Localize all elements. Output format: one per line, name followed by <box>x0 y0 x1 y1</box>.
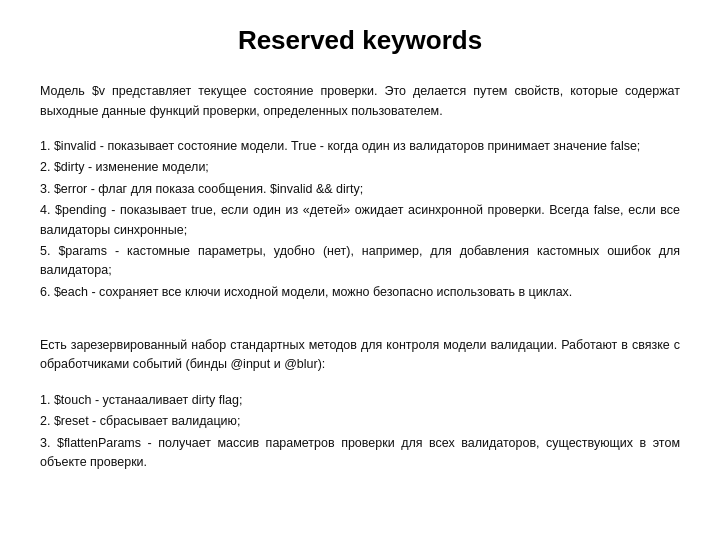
spacer <box>40 318 680 336</box>
list-item: 4. $pending - показывает true, если один… <box>40 201 680 240</box>
list-item: 2. $dirty - изменение модели; <box>40 158 680 177</box>
list-section-1: 1. $invalid - показывает состояние модел… <box>40 137 680 302</box>
list-item: 2. $reset - сбрасывает валидацию; <box>40 412 680 431</box>
list-item: 3. $flattenParams - получает массив пара… <box>40 434 680 473</box>
list-item: 1. $invalid - показывает состояние модел… <box>40 137 680 156</box>
second-intro-paragraph: Есть зарезервированный набор стандартных… <box>40 336 680 375</box>
list-section-2: 1. $touch - устанааливает dirty flag; 2.… <box>40 391 680 473</box>
page-container: Reserved keywords Модель $v представляет… <box>0 0 720 540</box>
list-item: 6. $each - сохраняет все ключи исходной … <box>40 283 680 302</box>
list-item: 1. $touch - устанааливает dirty flag; <box>40 391 680 410</box>
page-title: Reserved keywords <box>40 20 680 60</box>
intro-paragraph: Модель $v представляет текущее состояние… <box>40 82 680 121</box>
list-item: 3. $error - флаг для показа сообщения. $… <box>40 180 680 199</box>
list-item: 5. $params - кастомные параметры, удобно… <box>40 242 680 281</box>
